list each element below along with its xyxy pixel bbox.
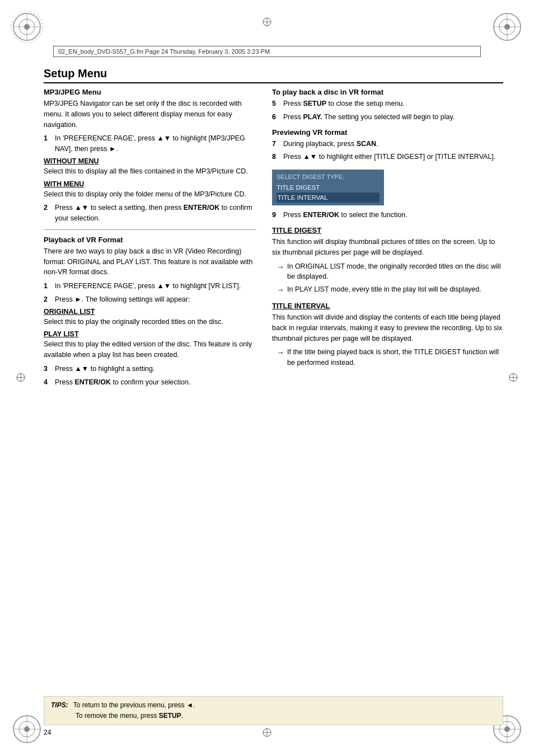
title-digest-arrow1-text: In ORIGINAL LIST mode, the originally re… (287, 261, 503, 283)
step-7-num: 7 (272, 139, 280, 149)
play-list-text: Select this to play the edited version o… (44, 339, 256, 360)
reg-mark-right (508, 372, 518, 384)
page-title: Setup Menu (44, 67, 503, 83)
title-digest-arrow1: → In ORIGINAL LIST mode, the originally … (277, 261, 503, 283)
preview-vr-section: Previewing VR format 7 During playback, … (272, 128, 503, 221)
with-menu-heading: WITH MENU (44, 180, 256, 188)
play-list-heading: PLAY LIST (44, 330, 256, 338)
title-interval-arrow1: → If the title being played back is shor… (277, 347, 503, 368)
original-list-heading: ORIGINAL LIST (44, 308, 256, 316)
select-box-item2: TITLE INTERVAL (277, 192, 380, 203)
mp3-jpeg-title: MP3/JPEG Menu (44, 88, 256, 96)
step-8: 8 Press ▲▼ to highlight either [TITLE DI… (272, 152, 503, 162)
step-7: 7 During playback, press SCAN. (272, 139, 503, 149)
without-menu-heading: WITHOUT MENU (44, 157, 256, 165)
vr-format-section: Playback of VR Format There are two ways… (44, 236, 256, 388)
title-digest-arrow2: → In PLAY LIST mode, every title in the … (277, 284, 503, 296)
step-6-text: Press PLAY. The setting you selected wil… (283, 112, 503, 123)
select-box-label: SELECT DIGEST TYPE: (277, 172, 380, 182)
step-6-num: 6 (272, 112, 280, 123)
arrow-icon-1: → (277, 261, 284, 283)
step-1-mp3: 1 In 'PREFERENCE PAGE', press ▲▼ to high… (44, 133, 256, 154)
select-digest-box: SELECT DIGEST TYPE: TITLE DIGEST TITLE I… (272, 170, 384, 205)
step-7-text: During playback, press SCAN. (283, 139, 503, 149)
tips-line2: To remove the menu, press SETUP. (76, 712, 183, 720)
step-5-num: 5 (272, 98, 280, 109)
preview-vr-title: Previewing VR format (272, 128, 503, 137)
title-digest-section: TITLE DIGEST This function will display … (272, 226, 503, 296)
corner-decoration-tl (10, 10, 44, 44)
reg-mark-left (16, 372, 26, 384)
vr-format-title: Playback of VR Format (44, 236, 256, 244)
mp3-jpeg-section: MP3/JPEG Menu MP3/JPEG Navigator can be … (44, 88, 256, 224)
title-digest-heading: TITLE DIGEST (272, 226, 503, 234)
step-2-text: Press ▲▼ to select a setting, then press… (55, 203, 256, 224)
tips-line1: To return to the previous menu, press ◄. (73, 701, 195, 709)
step-9: 9 Press ENTER/OK to select the function. (272, 210, 503, 220)
arrow-icon-2: → (277, 284, 284, 296)
page: 02_EN_body_DVD-S557_G.fm Page 24 Thursda… (0, 0, 534, 756)
step-8-num: 8 (272, 152, 280, 162)
file-info-bar: 02_EN_body_DVD-S557_G.fm Page 24 Thursda… (53, 46, 481, 57)
title-interval-heading: TITLE INTERVAL (272, 302, 503, 310)
step-9-num: 9 (272, 210, 280, 220)
title-interval-text: This function will divide and display th… (272, 312, 503, 344)
mp3-jpeg-intro: MP3/JPEG Navigator can be set only if th… (44, 98, 256, 130)
main-content: Setup Menu MP3/JPEG Menu MP3/JPEG Naviga… (44, 67, 503, 706)
step-5: 5 Press SETUP to close the setup menu. (272, 98, 503, 109)
vr-step-2: 2 Press ►. The following settings will a… (44, 294, 256, 305)
vr-playback-title: To play back a disc in VR format (272, 88, 503, 96)
corner-decoration-tr (490, 10, 524, 44)
without-menu-text: Select this to display all the files con… (44, 166, 256, 177)
tips-bar: TIPS: To return to the previous menu, pr… (44, 696, 503, 725)
step-9-text: Press ENTER/OK to select the function. (283, 210, 503, 220)
vr-step-3: 3 Press ▲▼ to highlight a setting. (44, 364, 256, 374)
step-1-num: 1 (44, 133, 51, 154)
step-6: 6 Press PLAY. The setting you selected w… (272, 112, 503, 123)
file-info-text: 02_EN_body_DVD-S557_G.fm Page 24 Thursda… (58, 48, 270, 55)
vr-step-1-num: 1 (44, 281, 51, 292)
select-box-item1: TITLE DIGEST (277, 182, 380, 192)
arrow-icon-3: → (277, 347, 284, 368)
title-digest-text: This function will display thumbnail pic… (272, 237, 503, 258)
tips-label: TIPS: (51, 701, 68, 709)
vr-step-1: 1 In 'PREFERENCE PAGE', press ▲▼ to high… (44, 281, 256, 292)
step-2-num: 2 (44, 203, 51, 224)
two-column-layout: MP3/JPEG Menu MP3/JPEG Navigator can be … (44, 88, 503, 390)
vr-format-intro: There are two ways to play back a disc i… (44, 246, 256, 278)
step-8-text: Press ▲▼ to highlight either [TITLE DIGE… (283, 152, 503, 162)
vr-step-3-text: Press ▲▼ to highlight a setting. (55, 364, 256, 374)
reg-mark-bottom (262, 727, 272, 739)
vr-step-1-text: In 'PREFERENCE PAGE', press ▲▼ to highli… (55, 281, 256, 292)
step-2-mp3: 2 Press ▲▼ to select a setting, then pre… (44, 203, 256, 224)
title-digest-arrow2-text: In PLAY LIST mode, every title in the pl… (287, 284, 481, 296)
step-5-text: Press SETUP to close the setup menu. (283, 98, 503, 109)
vr-step-4: 4 Press ENTER/OK to confirm your selecti… (44, 377, 256, 388)
vr-playback-section: To play back a disc in VR format 5 Press… (272, 88, 503, 123)
right-column: To play back a disc in VR format 5 Press… (272, 88, 503, 390)
original-list-text: Select this to play the originally recor… (44, 317, 256, 327)
vr-step-3-num: 3 (44, 364, 51, 374)
page-number: 24 (44, 729, 51, 736)
step-1-text: In 'PREFERENCE PAGE', press ▲▼ to highli… (55, 133, 256, 154)
left-column: MP3/JPEG Menu MP3/JPEG Navigator can be … (44, 88, 256, 390)
vr-step-4-num: 4 (44, 377, 51, 388)
with-menu-text: Select this to display only the folder m… (44, 189, 256, 200)
vr-step-4-text: Press ENTER/OK to confirm your selection… (55, 377, 256, 388)
corner-decoration-bl (10, 712, 44, 746)
section-divider (44, 229, 256, 230)
vr-step-2-text: Press ►. The following settings will app… (55, 294, 256, 305)
title-interval-arrow1-text: If the title being played back is short,… (287, 347, 503, 368)
title-interval-section: TITLE INTERVAL This function will divide… (272, 302, 503, 368)
vr-step-2-num: 2 (44, 294, 51, 305)
reg-mark-top (262, 17, 272, 29)
